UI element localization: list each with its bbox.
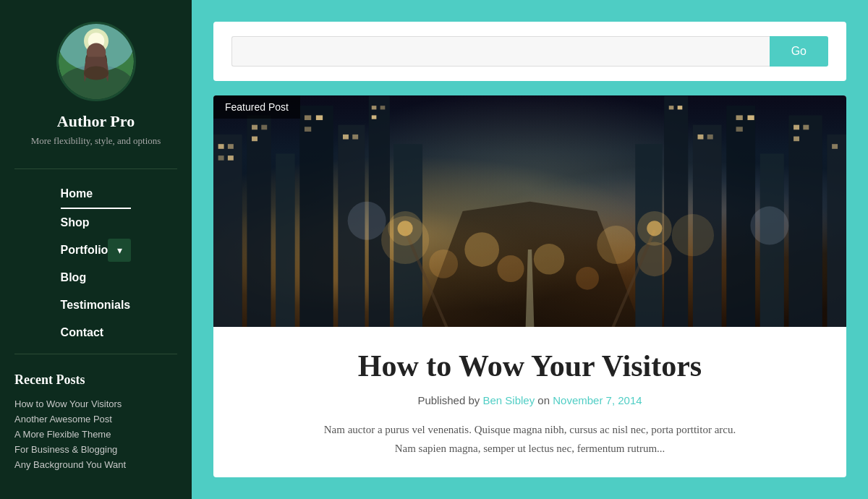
svg-point-50 [464,232,499,267]
svg-rect-38 [372,115,377,119]
svg-rect-45 [832,144,838,149]
svg-point-54 [597,226,635,264]
svg-rect-18 [788,115,822,327]
chevron-down-icon: ▾ [117,244,122,256]
recent-post-link-4[interactable]: For Business & Blogging [14,442,177,457]
sidebar-divider-2 [14,354,177,354]
main-nav: Home Shop Portfolio ▾ Blog Testimonials [61,180,132,346]
svg-point-7 [83,67,108,80]
site-tagline: More flexibility, style, and options [31,135,161,147]
recent-posts-heading: Recent Posts [14,372,177,388]
recent-post-item-5[interactable]: Any Background You Want [14,457,177,472]
svg-point-63 [388,211,422,246]
published-by-text: Published by [417,394,480,406]
svg-rect-28 [252,125,258,130]
svg-rect-43 [803,125,809,130]
svg-rect-46 [669,106,674,109]
svg-rect-33 [305,127,311,132]
svg-rect-41 [736,127,743,132]
svg-rect-35 [352,135,358,140]
nav-item-blog[interactable]: Blog [61,264,132,291]
city-background [213,95,846,327]
svg-rect-34 [343,135,349,140]
recent-post-item-1[interactable]: How to Wow Your Visitors [14,396,177,411]
main-content: Go [192,0,868,499]
svg-point-66 [637,211,672,246]
recent-post-item-4[interactable]: For Business & Blogging [14,442,177,457]
svg-rect-26 [218,155,224,161]
nav-link-blog[interactable]: Blog [61,264,132,291]
recent-post-link-3[interactable]: A More Flexible Theme [14,427,177,442]
recent-post-link-2[interactable]: Another Awesome Post [14,411,177,427]
nav-item-testimonials[interactable]: Testimonials [61,291,132,319]
svg-rect-27 [228,155,234,161]
svg-rect-32 [316,115,323,120]
svg-rect-48 [698,135,704,140]
post-meta: Published by Ben Sibley on November 7, 2… [242,394,817,406]
nav-link-home[interactable]: Home [61,180,132,209]
svg-rect-12 [276,153,295,327]
svg-rect-37 [380,106,386,109]
site-title: Author Pro [57,112,135,131]
svg-point-51 [497,255,524,282]
nav-item-portfolio[interactable]: Portfolio ▾ [61,236,132,264]
svg-point-53 [576,267,599,290]
svg-rect-29 [261,125,267,130]
svg-point-59 [348,202,386,240]
nav-item-shop[interactable]: Shop [61,209,132,236]
svg-rect-36 [372,106,377,109]
post-title: How to Wow Your Visitors [242,349,817,383]
svg-rect-39 [736,115,743,120]
featured-label: Featured Post [213,95,300,119]
svg-rect-20 [726,106,755,327]
date-link[interactable]: November 7, 2014 [553,394,642,406]
svg-rect-47 [678,106,683,109]
featured-image: Featured Post [213,95,846,327]
on-text: on [537,394,553,406]
svg-rect-25 [228,144,234,149]
recent-posts-list: How to Wow Your Visitors Another Awesome… [14,396,177,472]
svg-rect-30 [252,137,258,142]
svg-rect-24 [218,144,224,149]
svg-rect-42 [793,125,799,130]
post-content-area: How to Wow Your Visitors Published by Be… [213,327,846,477]
svg-rect-10 [213,135,242,327]
recent-post-link-5[interactable]: Any Background You Want [14,457,177,472]
svg-rect-49 [707,135,713,140]
svg-point-52 [534,244,564,274]
svg-rect-22 [664,96,688,327]
search-input[interactable] [231,36,770,67]
search-bar: Go [213,22,846,81]
svg-rect-31 [305,115,311,120]
recent-post-item-3[interactable]: A More Flexible Theme [14,427,177,442]
svg-rect-11 [247,115,271,327]
svg-rect-13 [299,106,333,327]
svg-rect-44 [793,137,799,142]
nav-link-contact[interactable]: Contact [61,319,132,346]
post-excerpt: Nam auctor a purus vel venenatis. Quisqu… [313,421,747,458]
sidebar: Author Pro More flexibility, style, and … [0,0,192,499]
portfolio-dropdown-button[interactable]: ▾ [108,239,131,262]
svg-rect-17 [827,135,846,327]
search-button[interactable]: Go [770,36,828,67]
svg-point-60 [750,206,788,244]
recent-post-link-1[interactable]: How to Wow Your Visitors [14,396,177,411]
recent-post-item-2[interactable]: Another Awesome Post [14,411,177,427]
svg-point-55 [429,250,458,278]
nav-link-shop[interactable]: Shop [61,209,132,236]
nav-item-contact[interactable]: Contact [61,319,132,346]
nav-link-testimonials[interactable]: Testimonials [61,291,132,319]
nav-link-portfolio[interactable]: Portfolio [61,236,109,264]
nav-item-home[interactable]: Home [61,180,132,209]
sidebar-divider [14,169,177,169]
featured-post-card: Featured Post How to Wow Your Visitors P… [213,95,846,477]
author-link[interactable]: Ben Sibley [482,394,535,406]
avatar [56,22,136,101]
svg-rect-40 [747,115,754,120]
svg-point-58 [672,214,714,256]
